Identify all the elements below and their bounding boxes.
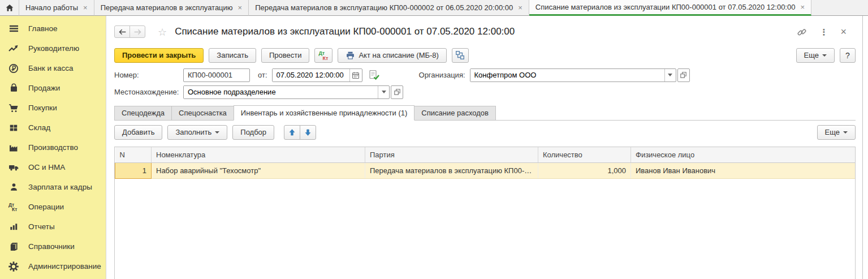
sidebar-item-zarplata-kadry[interactable]: Зарплата и кадры — [0, 177, 106, 197]
chevron-down-icon[interactable] — [664, 69, 676, 81]
add-row-button[interactable]: Добавить — [114, 125, 162, 140]
move-row-down-button[interactable] — [300, 125, 316, 140]
sidebar-item-glavnoe[interactable]: Главное — [0, 19, 106, 38]
post-button[interactable]: Провести — [261, 48, 310, 63]
kebab-menu-icon[interactable]: ⋮ — [819, 27, 828, 37]
table-row[interactable]: 1 Набор аварийный "Техосмотр" Передача м… — [115, 162, 856, 178]
show-postings-button[interactable]: Дт Кт — [314, 48, 332, 63]
save-button[interactable]: Записать — [209, 48, 256, 63]
factory-icon — [7, 142, 20, 153]
tab-specosnastka[interactable]: Спецоснастка — [171, 106, 234, 121]
open-location-icon[interactable] — [391, 85, 403, 99]
document-header: ☆ Списание материалов из эксплуатации КП… — [114, 23, 856, 41]
column-header-batch[interactable]: Партия — [365, 147, 538, 162]
sidebar-item-pokupki[interactable]: Покупки — [0, 98, 106, 118]
pick-button[interactable]: Подбор — [232, 125, 274, 140]
date-field — [272, 68, 362, 82]
tabs-filler — [496, 105, 856, 121]
cell-nomenclature[interactable]: Набор аварийный "Техосмотр" — [152, 162, 365, 178]
up-icon — [288, 128, 296, 136]
page-title: Списание материалов из эксплуатации КП00… — [175, 26, 515, 37]
window-tab-transfer-doc[interactable]: Передача материалов в эксплуатацию КП00-… — [249, 0, 529, 16]
forward-button[interactable] — [129, 25, 145, 38]
sidebar-item-otchety[interactable]: Отчеты — [0, 217, 106, 237]
printer-icon — [346, 51, 355, 60]
tab-bar-filler — [811, 0, 868, 16]
window-tab-label: Начало работы — [25, 3, 78, 12]
sidebar-item-os-nma[interactable]: ОС и НМА — [0, 157, 106, 177]
location-input[interactable] — [184, 86, 378, 98]
tab-close-icon[interactable]: × — [83, 4, 88, 11]
sidebar-item-administrirovanie[interactable]: Администрирование — [0, 256, 106, 276]
bar-chart-icon — [7, 221, 20, 233]
cell-quantity[interactable]: 1,000 — [538, 162, 631, 178]
more-button[interactable]: Еще — [796, 48, 835, 63]
command-bar: Провести и закрыть Записать Провести Дт … — [114, 48, 856, 63]
link-icon[interactable] — [797, 27, 807, 37]
move-row-up-button[interactable] — [284, 125, 300, 140]
tab-specodezhda[interactable]: Спецодежда — [114, 106, 171, 121]
organization-label: Организация: — [419, 71, 465, 79]
fill-button[interactable]: Заполнить — [167, 125, 227, 140]
help-button[interactable]: ? — [840, 48, 856, 63]
cell-row-number[interactable]: 1 — [115, 162, 152, 178]
form-row-location: Местонахождение: — [114, 85, 856, 99]
date-label: от: — [258, 71, 267, 79]
cell-person[interactable]: Иванов Иван Иванович — [631, 162, 856, 178]
back-icon — [118, 28, 127, 36]
location-label: Местонахождение: — [114, 88, 183, 96]
cell-batch[interactable]: Передача материалов в эксплуатацию КП00-… — [365, 162, 538, 178]
grid-more-button[interactable]: Еще — [817, 125, 856, 140]
trend-up-icon — [7, 43, 20, 54]
tab-inventar[interactable]: Инвентарь и хозяйственные принадлежности… — [234, 105, 414, 121]
form-row-number: Номер: от: Организация: — [114, 68, 856, 82]
tab-spisanie-rashodov[interactable]: Списание расходов — [414, 106, 496, 121]
truck-icon — [7, 162, 20, 173]
window-tab-bar: Начало работы × Передача материалов в эк… — [0, 0, 868, 16]
number-input[interactable] — [183, 68, 250, 82]
dtkt-icon: ДтКт — [7, 201, 20, 213]
column-header-nomenclature[interactable]: Номенклатура — [152, 147, 365, 162]
window-tab-start[interactable]: Начало работы × — [19, 0, 94, 16]
chevron-down-icon — [822, 54, 827, 57]
shopping-bag-icon — [7, 83, 20, 94]
table-header-row: N Номенклатура Партия Количество Физичес… — [115, 147, 856, 162]
print-act-button[interactable]: Акт на списание (МБ-8) — [338, 48, 446, 63]
sidebar-item-bank-kassa[interactable]: Банк и касса — [0, 58, 106, 78]
post-and-close-button[interactable]: Провести и закрыть — [114, 48, 204, 63]
window-tab-label: Передача материалов в эксплуатацию КП00-… — [255, 3, 513, 12]
column-header-n[interactable]: N — [115, 147, 152, 162]
back-button[interactable] — [114, 25, 130, 38]
sidebar-item-proizvodstvo[interactable]: Производство — [0, 138, 106, 157]
sidebar-item-spravochniki[interactable]: Справочники — [0, 237, 106, 256]
close-icon[interactable]: × — [840, 26, 847, 38]
window-tab-writeoff-doc[interactable]: Списание материалов из эксплуатации КП00… — [529, 0, 811, 16]
sidebar: Главное Руководителю Банк и касса Продаж… — [0, 16, 106, 279]
person-icon — [7, 182, 20, 193]
tab-close-icon[interactable]: × — [518, 4, 522, 11]
gear-icon — [7, 261, 20, 272]
window-tab-label: Списание материалов из эксплуатации КП00… — [536, 3, 796, 11]
chevron-down-icon — [843, 131, 848, 134]
sidebar-item-sklad[interactable]: Склад — [0, 118, 106, 138]
window-tab-transfer-list[interactable]: Передача материалов в эксплуатацию × — [94, 0, 249, 16]
tab-close-icon[interactable]: × — [800, 3, 805, 11]
set-time-icon[interactable] — [368, 70, 379, 80]
tab-close-icon[interactable]: × — [238, 4, 243, 11]
home-tab[interactable] — [0, 0, 19, 16]
organization-input[interactable] — [470, 69, 664, 81]
date-input[interactable] — [273, 69, 349, 81]
number-label: Номер: — [114, 71, 183, 79]
document-tabs: Спецодежда Спецоснастка Инвентарь и хозя… — [114, 105, 856, 121]
sidebar-item-rukovoditelyu[interactable]: Руководителю — [0, 38, 106, 58]
chevron-down-icon[interactable] — [378, 86, 389, 98]
column-header-person[interactable]: Физическое лицо — [631, 147, 856, 162]
home-icon — [5, 3, 14, 12]
open-organization-icon[interactable] — [677, 68, 690, 82]
column-header-quantity[interactable]: Количество — [538, 147, 631, 162]
sidebar-item-operacii[interactable]: ДтКт Операции — [0, 197, 106, 217]
calendar-icon[interactable] — [349, 69, 362, 81]
document-structure-button[interactable] — [452, 48, 469, 63]
sidebar-item-prodazhi[interactable]: Продажи — [0, 78, 106, 98]
favorite-star-icon[interactable]: ☆ — [158, 26, 167, 38]
